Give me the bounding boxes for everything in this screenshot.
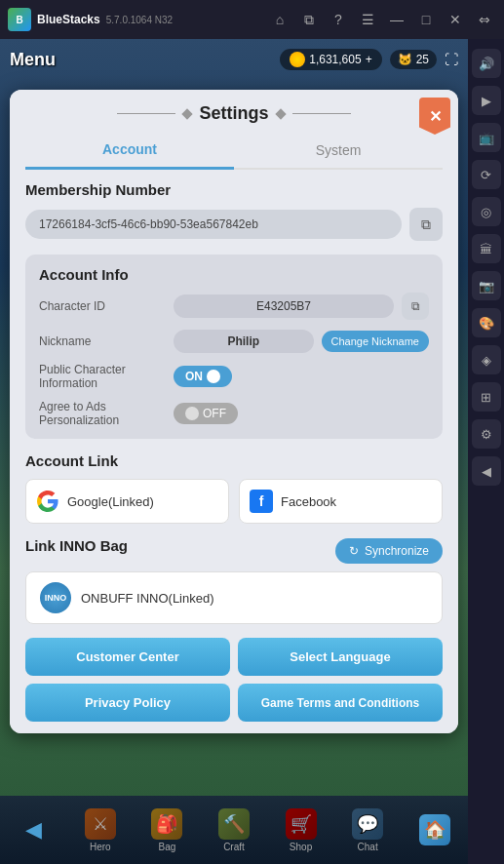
home-nav-icon: 🏠 [419, 814, 450, 845]
copy-membership-button[interactable]: ⧉ [409, 208, 443, 241]
home-icon[interactable]: ⌂ [268, 8, 291, 31]
back-nav-icon: ◀ [18, 814, 49, 845]
chat-nav-icon: 💬 [352, 808, 383, 840]
rotate-icon[interactable]: ⟳ [472, 160, 501, 189]
close-button[interactable]: ✕ [419, 98, 450, 135]
brush-icon[interactable]: 🎨 [472, 308, 501, 337]
nickname-label: Nickname [39, 334, 166, 348]
bluestacks-version: 5.7.0.1064 N32 [106, 15, 173, 25]
synchronize-button[interactable]: ↻ Synchronize [335, 538, 443, 564]
gear-icon[interactable]: ⚙ [472, 419, 501, 449]
nav-craft[interactable]: 🔨 Craft [218, 808, 250, 852]
nickname-row: Nickname Philip Change Nickname [39, 330, 429, 353]
craft-label: Craft [223, 842, 245, 852]
character-id-row: Character ID E43205B7 ⧉ [39, 293, 429, 320]
currency-plus: + [366, 53, 372, 66]
hero-nav-icon: ⚔ [85, 808, 116, 840]
minimize-icon[interactable]: — [385, 8, 408, 31]
privacy-policy-button[interactable]: Privacy Policy [25, 684, 230, 722]
bluestacks-logo: B [8, 8, 31, 31]
modal-header: Settings ✕ Account System [10, 90, 458, 170]
right-sidebar-bottom [468, 796, 504, 864]
bluestacks-title: BlueStacks [37, 13, 100, 26]
toggle-circle [207, 370, 220, 383]
modal-body: Membership Number ⧉ Account Info Charact… [10, 170, 458, 733]
inno-bag-title: Link INNO Bag [25, 537, 128, 554]
target-icon[interactable]: ◎ [472, 197, 501, 226]
account-link-title: Account Link [25, 452, 443, 469]
play-icon[interactable]: ▶ [472, 86, 501, 115]
membership-section-title: Membership Number [25, 181, 443, 198]
craft-nav-icon: 🔨 [218, 808, 250, 840]
grid-icon[interactable]: ⊞ [472, 382, 501, 412]
facebook-link-button[interactable]: f Facebook [239, 479, 443, 524]
bag-label: Bag [159, 842, 176, 852]
nav-chat[interactable]: 💬 Chat [352, 808, 383, 852]
resize-icon[interactable]: ⇔ [473, 8, 496, 31]
nav-back[interactable]: ◀ [18, 814, 49, 845]
title-row: Settings [25, 103, 443, 124]
menu-label: Menu [10, 50, 56, 70]
volume-icon[interactable]: 🔊 [472, 49, 501, 78]
hero-label: Hero [90, 842, 111, 852]
title-line-right [292, 113, 351, 114]
bluestacks-titlebar: B BlueStacks 5.7.0.1064 N32 ⌂ ⧉ ? ☰ — □ … [0, 0, 504, 39]
coin-icon [290, 52, 305, 67]
layers-icon[interactable]: ⧉ [297, 8, 321, 31]
toggle-circle-off [185, 407, 199, 420]
right-sidebar: 🔊 ▶ 📺 ⟳ ◎ 🏛 📷 🎨 ◈ ⊞ ⚙ ◀ [468, 39, 504, 796]
diamond-left [182, 108, 193, 119]
toggle-on-label: ON [185, 370, 203, 383]
game-top-bar: Menu 1,631,605 + 🐱 25 ⛶ [0, 39, 468, 80]
maximize-icon[interactable]: □ [414, 8, 438, 31]
settings-modal: Settings ✕ Account System Membership Num… [10, 90, 458, 733]
bottom-navigation: ◀ ⚔ Hero 🎒 Bag 🔨 Craft 🛒 Shop 💬 Chat 🏠 [0, 796, 468, 864]
public-info-toggle[interactable]: ON [174, 366, 232, 387]
ads-label: Agree to Ads Personalization [39, 400, 166, 427]
expand-button[interactable]: ⛶ [445, 52, 458, 67]
select-language-button[interactable]: Select Language [238, 638, 443, 676]
membership-input [25, 210, 402, 239]
copy-character-id-button[interactable]: ⧉ [402, 293, 429, 320]
customer-center-button[interactable]: Customer Center [25, 638, 230, 676]
account-info-section: Account Info Character ID E43205B7 ⧉ Nic… [25, 255, 443, 439]
nav-home[interactable]: 🏠 [419, 814, 450, 845]
menu-icon[interactable]: ☰ [356, 8, 379, 31]
character-id-value: E43205B7 [174, 295, 394, 318]
arcade-icon[interactable]: 🏛 [472, 234, 501, 263]
currency-value: 1,631,605 [309, 53, 361, 66]
tab-system[interactable]: System [234, 132, 443, 168]
shop-label: Shop [290, 842, 312, 852]
pet-count: 25 [416, 53, 429, 66]
facebook-icon: f [250, 490, 273, 513]
bottom-buttons: Customer Center Select Language Privacy … [25, 638, 443, 722]
nickname-value: Philip [174, 330, 314, 353]
change-nickname-button[interactable]: Change Nickname [322, 331, 430, 352]
tab-account[interactable]: Account [25, 132, 234, 170]
chat-label: Chat [358, 842, 378, 852]
facebook-link-label: Facebook [281, 494, 336, 509]
nav-hero[interactable]: ⚔ Hero [85, 808, 116, 852]
character-id-label: Character ID [39, 299, 166, 313]
ads-row: Agree to Ads Personalization OFF [39, 400, 429, 427]
ads-toggle[interactable]: OFF [174, 403, 238, 424]
nav-shop[interactable]: 🛒 Shop [286, 808, 317, 852]
camera-icon[interactable]: 📷 [472, 271, 501, 300]
back-icon[interactable]: ◀ [472, 456, 501, 486]
inno-linked-label: ONBUFF INNO(Linked) [81, 591, 214, 606]
membership-row: ⧉ [25, 208, 443, 241]
diamond-icon[interactable]: ◈ [472, 345, 501, 374]
sync-label: Synchronize [365, 544, 429, 558]
display-icon[interactable]: 📺 [472, 123, 501, 152]
pet-box: 🐱 25 [390, 50, 437, 69]
help-icon[interactable]: ? [327, 8, 350, 31]
inno-box: INNO ONBUFF INNO(Linked) [25, 571, 443, 624]
nav-bag[interactable]: 🎒 Bag [151, 808, 182, 852]
google-link-button[interactable]: Google(Linked) [25, 479, 229, 524]
game-terms-button[interactable]: Game Terms and Conditions [238, 684, 443, 722]
game-area: Menu 1,631,605 + 🐱 25 ⛶ Settings ✕ Accou… [0, 39, 468, 796]
account-info-title: Account Info [39, 266, 429, 283]
bag-nav-icon: 🎒 [151, 808, 182, 840]
link-buttons-row: Google(Linked) f Facebook [25, 479, 443, 524]
close-window-icon[interactable]: ✕ [444, 8, 467, 31]
